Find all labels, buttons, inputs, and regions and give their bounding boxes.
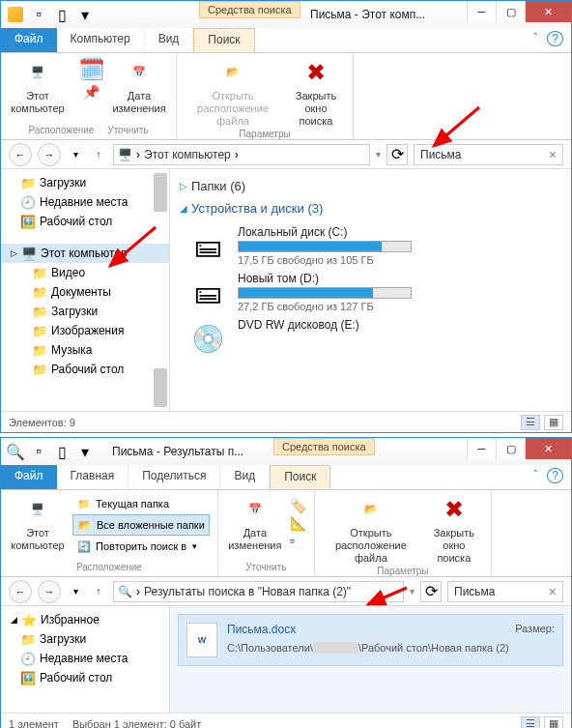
address-dropdown-icon[interactable]: ▾	[376, 149, 381, 160]
caret-down-icon: ◢	[180, 203, 187, 214]
this-pc-button[interactable]: 🖥️ Этот компьютер	[9, 494, 67, 552]
file-tab[interactable]: Файл	[1, 465, 57, 489]
folder-open-icon: 📂	[217, 57, 248, 88]
navigation-tree[interactable]: ◢⭐Избранное 📁Загрузки 🕘Недавние места 🖼️…	[1, 606, 170, 713]
maximize-button[interactable]: ▢	[496, 438, 525, 459]
tree-downloads[interactable]: 📁Загрузки	[1, 173, 169, 192]
refine-options[interactable]: 🏷️ 📐 ▫	[290, 494, 306, 548]
minimize-button[interactable]: ─	[467, 1, 496, 22]
folders-group[interactable]: ▷Папки (6)	[180, 175, 561, 197]
drive-c[interactable]: 🖴 Локальный диск (C:) 17,5 ГБ свободно и…	[187, 225, 561, 266]
up-button[interactable]: ↑	[90, 146, 107, 163]
titlebar: 🔍 ▫ ▯ ▾ Письма - Результаты п... Средств…	[1, 438, 571, 465]
view-tab[interactable]: Вид	[145, 28, 194, 52]
drive-d[interactable]: 🖴 Новый том (D:) 27,2 ГБ свободно из 127…	[187, 272, 561, 312]
clear-search-icon[interactable]: ×	[549, 584, 557, 599]
back-button[interactable]: ←	[9, 143, 32, 166]
other-icon: ▫	[290, 533, 306, 548]
address-dropdown-icon[interactable]: ▾	[410, 586, 415, 597]
group-params-label: Параметры	[185, 129, 345, 139]
scrollbar-thumb[interactable]	[154, 173, 167, 212]
view-tab[interactable]: Вид	[220, 465, 270, 489]
search-small-icon[interactable]: 🔍	[5, 441, 26, 462]
tree-recent[interactable]: 🕘Недавние места	[1, 192, 169, 212]
search-tab[interactable]: Поиск	[193, 28, 254, 52]
search-result-item[interactable]: Письма.docx Размер: C:\Пользователи\---\…	[178, 614, 563, 666]
close-search-button[interactable]: ✖ Закрыть окно поиска	[287, 57, 345, 129]
date-modified-button[interactable]: 📅 Дата изменения	[110, 57, 168, 115]
icons-view-icon[interactable]: ▦	[544, 716, 563, 729]
this-pc-button[interactable]: 🖥️ Этот компьютер	[9, 57, 67, 115]
current-folder-button[interactable]: 📁Текущая папка	[72, 494, 210, 513]
icons-view-icon[interactable]: ▦	[544, 415, 563, 430]
tree-recent[interactable]: 🕘Недавние места	[1, 649, 169, 668]
close-button[interactable]: ✕	[525, 1, 571, 22]
search-small-icon: 🔍	[118, 585, 132, 598]
tree-downloads[interactable]: 📁Загрузки	[1, 629, 169, 649]
maximize-button[interactable]: ▢	[496, 1, 525, 22]
search-input[interactable]: Письма ×	[447, 581, 563, 602]
tree-pictures[interactable]: 📁Изображения	[1, 321, 169, 340]
home-tab[interactable]: Главная	[57, 465, 129, 489]
tree-desktop[interactable]: 🖼️Рабочий стол	[1, 668, 169, 687]
navigation-tree[interactable]: 📁Загрузки 🕘Недавние места 🖼️Рабочий стол…	[1, 169, 170, 411]
refresh-button[interactable]: ⟳	[420, 581, 442, 602]
up-button[interactable]: ↑	[90, 583, 107, 600]
tree-downloads2[interactable]: 📁Загрузки	[1, 302, 169, 321]
qat-dropdown-icon[interactable]: ▾	[74, 441, 96, 462]
close-button[interactable]: ✕	[525, 438, 571, 459]
qat-properties-icon[interactable]: ▫	[28, 4, 49, 25]
tree-music[interactable]: 📁Музыка	[1, 340, 169, 360]
open-location-button[interactable]: 📂 Открыть расположение файла	[323, 494, 419, 566]
computer-tab[interactable]: Компьютер	[57, 28, 145, 52]
qat-properties-icon[interactable]: ▫	[28, 441, 49, 462]
tree-videos[interactable]: 📁Видео	[1, 263, 169, 282]
qat-newfolder-icon[interactable]: ▯	[51, 4, 72, 25]
forward-button[interactable]: →	[38, 143, 61, 166]
scrollbar-thumb[interactable]	[154, 368, 167, 407]
repeat-search-button[interactable]: 🔄Повторить поиск в▾	[72, 537, 210, 556]
drive-d-free: 27,2 ГБ свободно из 127 ГБ	[238, 301, 561, 312]
expand-icon[interactable]: ▷	[11, 248, 17, 258]
drive-dvd[interactable]: 💿 DVD RW дисковод (E:)	[187, 318, 561, 359]
date-modified-button[interactable]: 📅 Дата изменения	[226, 494, 284, 552]
close-search-button[interactable]: ✖ Закрыть окно поиска	[425, 494, 483, 566]
details-view-icon[interactable]: ☰	[521, 415, 540, 430]
tree-favorites[interactable]: ◢⭐Избранное	[1, 610, 169, 629]
breadcrumb[interactable]: Результаты поиска в "Новая папка (2)"	[144, 585, 351, 598]
qat-newfolder-icon[interactable]: ▯	[51, 441, 72, 462]
breadcrumb[interactable]: Этот компьютер	[144, 148, 231, 161]
window-this-pc: ▫ ▯ ▾ Средства поиска Письма - Этот комп…	[0, 0, 572, 433]
clear-search-icon[interactable]: ×	[549, 147, 557, 162]
tree-documents[interactable]: 📁Документы	[1, 282, 169, 302]
file-tab[interactable]: Файл	[1, 28, 57, 52]
back-button[interactable]: ←	[9, 580, 32, 603]
history-dropdown[interactable]: ▾	[67, 146, 84, 163]
tree-desktop2[interactable]: 📁Рабочий стол	[1, 360, 169, 379]
content-pane[interactable]: ▷Папки (6) ◢Устройства и диски (3) 🖴 Лок…	[170, 169, 571, 411]
minimize-button[interactable]: ─	[467, 438, 496, 459]
refresh-button[interactable]: ⟳	[386, 144, 408, 165]
group-params-label: Параметры	[323, 566, 483, 576]
tree-desktop[interactable]: 🖼️Рабочий стол	[1, 212, 169, 231]
devices-group[interactable]: ◢Устройства и диски (3)	[180, 197, 561, 219]
tree-this-pc[interactable]: ▷🖥️Этот компьютер	[1, 244, 169, 263]
ribbon-tabs: Файл Главная Поделиться Вид Поиск ˆ ?	[1, 465, 571, 490]
search-input[interactable]: Письма ×	[414, 144, 563, 165]
folder-icon: 📁	[32, 362, 47, 377]
search-tab[interactable]: Поиск	[270, 465, 330, 489]
all-subfolders-button[interactable]: 📂Все вложенные папки	[72, 514, 210, 536]
address-field[interactable]: 🖥️ › Этот компьютер ›	[113, 144, 370, 165]
history-dropdown[interactable]: ▾	[67, 583, 84, 600]
forward-button[interactable]: →	[38, 580, 61, 603]
help-icon[interactable]: ˆ ?	[533, 469, 563, 482]
share-tab[interactable]: Поделиться	[129, 465, 220, 489]
address-field[interactable]: 🔍 › Результаты поиска в "Новая папка (2)…	[113, 581, 404, 602]
qat-dropdown-icon[interactable]: ▾	[74, 4, 96, 25]
help-icon[interactable]: ˆ ?	[533, 32, 563, 45]
qat-icon[interactable]	[5, 4, 26, 25]
details-view-icon[interactable]: ☰	[521, 716, 540, 729]
results-pane[interactable]: Письма.docx Размер: C:\Пользователи\---\…	[170, 606, 571, 713]
group-location-label: Расположение	[9, 562, 210, 572]
caret-down-icon[interactable]: ◢	[11, 615, 17, 625]
